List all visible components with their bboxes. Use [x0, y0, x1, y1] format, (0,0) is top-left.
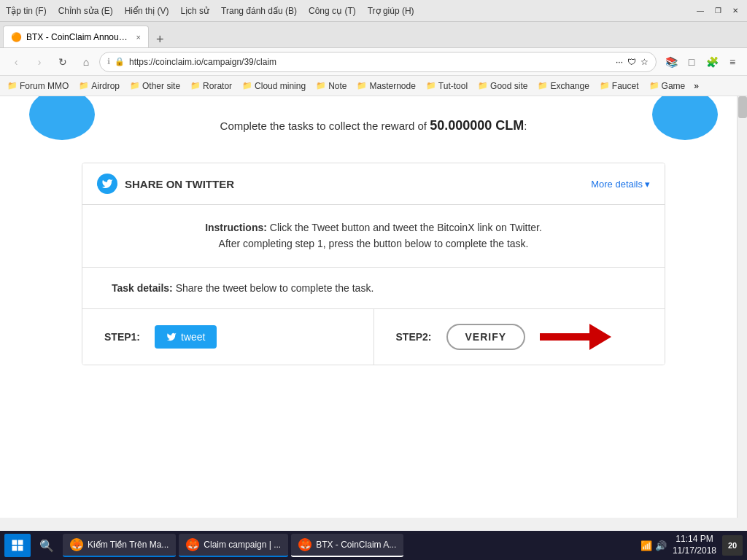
folder-icon: 📁	[316, 81, 326, 90]
bookmark-star-icon[interactable]: ☆	[640, 57, 649, 67]
minimize-button[interactable]: —	[694, 5, 706, 17]
app3-label: BTX - CoinClaim A...	[316, 540, 396, 550]
folder-icon: 📁	[600, 81, 610, 90]
reward-intro-text: Complete the tasks to collect the reward…	[220, 120, 430, 132]
bookmark-label: Rorator	[203, 81, 232, 91]
bookmark-other-site[interactable]: 📁 Other site	[125, 79, 185, 93]
bookmark-exchange[interactable]: 📁 Exchange	[533, 79, 593, 93]
right-circle-decoration	[652, 96, 718, 140]
task-card: SHARE ON TWITTER More details ▾ Instruct…	[82, 163, 665, 365]
task-details-label: Task details:	[112, 282, 173, 294]
more-options-icon[interactable]: ···	[616, 57, 623, 67]
tweet-button[interactable]: tweet	[155, 325, 217, 349]
menu-history[interactable]: Lịch sử	[180, 6, 209, 16]
taskbar-app-3[interactable]: 🦊 BTX - CoinClaim A...	[291, 534, 403, 557]
tab-title: BTX - CoinClaim Announce Sh...	[26, 32, 132, 42]
menu-icon[interactable]: ≡	[724, 53, 741, 71]
bookmark-note[interactable]: 📁 Note	[311, 79, 351, 93]
lock-icon: 🔒	[115, 57, 125, 66]
menu-tools[interactable]: Công cụ (T)	[309, 6, 356, 16]
close-button[interactable]: ✕	[729, 5, 741, 17]
menu-edit[interactable]: Chỉnh sửa (E)	[58, 6, 113, 16]
new-tab-button[interactable]: +	[152, 32, 169, 47]
tab-favicon: 🟠	[11, 32, 22, 42]
menu-view[interactable]: Hiển thị (V)	[125, 6, 169, 16]
active-tab[interactable]: 🟠 BTX - CoinClaim Announce Sh... ×	[3, 26, 149, 47]
bookmark-cloud-mining[interactable]: 📁 Cloud mining	[238, 79, 310, 93]
instructions-label: Instructions:	[205, 222, 267, 233]
svg-rect-2	[12, 546, 18, 551]
volume-icon: 🔊	[655, 540, 667, 551]
search-icon: 🔍	[39, 539, 54, 553]
step1-label: STEP1:	[104, 331, 140, 343]
menu-file[interactable]: Tập tin (F)	[6, 6, 47, 16]
extensions-icon[interactable]: 🧩	[703, 53, 721, 71]
bookmark-label: Tut-tool	[438, 81, 468, 91]
steps-section: STEP1: tweet STEP2: VERIFY	[82, 309, 665, 365]
app2-icon: 🦊	[186, 538, 199, 551]
svg-rect-0	[12, 540, 18, 545]
bookmark-good-site[interactable]: 📁 Good site	[473, 79, 532, 93]
scrollbar-track[interactable]	[737, 96, 747, 518]
search-button[interactable]: 🔍	[34, 534, 60, 557]
task-details-section: Task details: Share the tweet below to c…	[82, 268, 665, 309]
notification-badge[interactable]: 20	[722, 535, 743, 556]
page-header: Complete the tasks to collect the reward…	[0, 96, 747, 148]
menu-help[interactable]: Trợ giúp (H)	[368, 6, 414, 16]
bookmark-rorator[interactable]: 📁 Rorator	[186, 79, 236, 93]
back-button[interactable]: ‹	[6, 52, 26, 72]
bookmark-label: Exchange	[550, 81, 589, 91]
taskbar-app-1[interactable]: 🦊 Kiếm Tiền Trên Ma...	[63, 534, 176, 557]
app1-icon: 🦊	[70, 538, 83, 551]
bookmarks-bar: 📁 Forum MMO 📁 Airdrop 📁 Other site 📁 Ror…	[0, 76, 747, 96]
verify-button[interactable]: VERIFY	[446, 324, 526, 350]
folder-icon: 📁	[190, 81, 201, 90]
bookmark-faucet[interactable]: 📁 Faucet	[595, 79, 643, 93]
time-display: 11:14 PM	[673, 534, 716, 545]
step2-label: STEP2:	[396, 331, 432, 343]
task-card-header: SHARE ON TWITTER More details ▾	[82, 163, 665, 205]
twitter-icon	[97, 174, 117, 194]
bookmark-forum-mmo[interactable]: 📁 Forum MMO	[3, 79, 73, 93]
app3-icon: 🦊	[298, 538, 311, 551]
bookmark-game[interactable]: 📁 Game	[645, 79, 690, 93]
window-controls: — ❐ ✕	[694, 5, 741, 17]
network-icon: 📶	[640, 540, 652, 551]
date-display: 11/17/2018	[673, 545, 716, 557]
bookmark-label: Note	[328, 81, 347, 91]
start-button[interactable]	[4, 534, 31, 557]
step1: STEP1: tweet	[82, 309, 374, 365]
instructions-section: Instructions: Click the Tweet button and…	[82, 205, 665, 268]
task-title: SHARE ON TWITTER	[125, 178, 234, 190]
address-bar[interactable]: ℹ 🔒 https://coinclaim.io/campaign/39/cla…	[99, 52, 657, 72]
taskbar-app-2[interactable]: 🦊 Claim campaign | ...	[179, 534, 288, 557]
bookmark-airdrop[interactable]: 📁 Airdrop	[74, 79, 124, 93]
folder-icon: 📁	[7, 81, 18, 90]
forward-button[interactable]: ›	[29, 52, 50, 72]
container-icon[interactable]: □	[683, 53, 700, 71]
bookmark-label: Forum MMO	[20, 81, 69, 91]
refresh-button[interactable]: ↻	[53, 52, 73, 72]
url-text[interactable]: https://coinclaim.io/campaign/39/claim	[129, 57, 611, 67]
more-bookmarks-button[interactable]: »	[691, 79, 702, 93]
tab-bar: 🟠 BTX - CoinClaim Announce Sh... × +	[0, 22, 747, 48]
app2-label: Claim campaign | ...	[204, 540, 281, 550]
scrollbar-thumb[interactable]	[738, 96, 747, 118]
shield-icon: 🛡	[627, 57, 636, 67]
menu-bar: Tập tin (F) Chỉnh sửa (E) Hiển thị (V) L…	[6, 6, 414, 16]
maximize-button[interactable]: ❐	[712, 5, 724, 17]
reward-suffix: :	[524, 120, 527, 132]
menu-bookmarks[interactable]: Trang đánh dấu (B)	[221, 6, 297, 16]
home-button[interactable]: ⌂	[76, 52, 96, 72]
reward-amount: 50.000000 CLM	[430, 118, 524, 133]
bookmark-tut-tool[interactable]: 📁 Tut-tool	[422, 79, 472, 93]
bookmark-label: Masternode	[369, 81, 415, 91]
tab-close-button[interactable]: ×	[136, 33, 141, 42]
svg-rect-1	[18, 540, 23, 545]
taskbar: 🔍 🦊 Kiếm Tiền Trên Ma... 🦊 Claim campaig…	[0, 531, 747, 560]
synced-tabs-icon[interactable]: 📚	[662, 53, 680, 71]
more-details-button[interactable]: More details ▾	[591, 179, 650, 190]
step2: STEP2: VERIFY	[374, 309, 665, 365]
folder-icon: 📁	[130, 81, 140, 90]
bookmark-masternode[interactable]: 📁 Masternode	[352, 79, 419, 93]
